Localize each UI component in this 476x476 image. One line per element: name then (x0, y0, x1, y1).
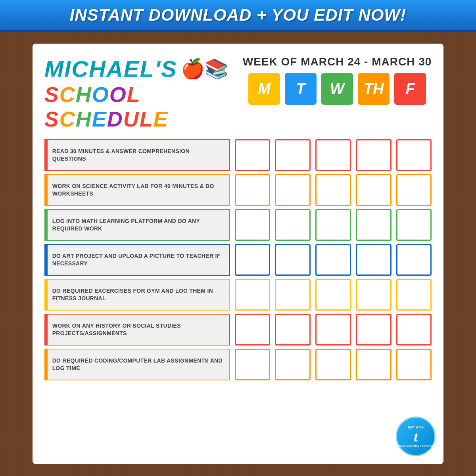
checkbox-w-4[interactable] (315, 244, 351, 276)
checkbox-m-5[interactable] (235, 279, 271, 311)
checkbox-w-7[interactable] (315, 349, 351, 380)
checkbox-t-1[interactable] (275, 139, 311, 171)
checkbox-m-7[interactable] (235, 349, 271, 380)
day-friday: F (394, 73, 426, 105)
checkbox-t-3[interactable] (275, 209, 311, 241)
task-label-2: WORK ON SCIENCE ACTIVITY LAB FOR 40 MINU… (44, 174, 230, 206)
templett-top-text: EDIT WITH (408, 426, 424, 429)
checkbox-t-5[interactable] (275, 279, 311, 311)
checkbox-t-4[interactable] (275, 244, 311, 276)
task-label-1: READ 30 MINUTES & ANSWER COMPREHENSION Q… (44, 139, 230, 171)
checkbox-th-4[interactable] (356, 244, 392, 276)
schedule-grid: READ 30 MINUTES & ANSWER COMPREHENSION Q… (44, 139, 432, 456)
checkbox-m-4[interactable] (235, 244, 271, 276)
checkbox-th-2[interactable] (356, 174, 392, 206)
checkboxes-row-1 (235, 139, 432, 171)
day-tuesday: T (285, 73, 317, 105)
checkbox-f-7[interactable] (396, 349, 432, 380)
checkbox-w-5[interactable] (315, 279, 351, 311)
table-row: WORK ON SCIENCE ACTIVITY LAB FOR 40 MINU… (44, 174, 432, 206)
checkbox-w-1[interactable] (315, 139, 351, 171)
checkbox-th-6[interactable] (356, 314, 392, 345)
header-section: MICHAEL'S 🍎📚 SCHOOL SCHEDULE WEEK OF MAR… (44, 56, 432, 131)
checkbox-f-1[interactable] (396, 139, 432, 171)
checkbox-th-1[interactable] (356, 139, 392, 171)
templett-t-letter: t (414, 430, 418, 444)
checkbox-t-6[interactable] (275, 314, 311, 345)
checkboxes-row-3 (235, 209, 432, 241)
templett-badge: EDIT WITH t FULLY EDITABLE TEMPLATE (396, 416, 436, 456)
banner-text: INSTANT DOWNLOAD + YOU EDIT NOW! (8, 6, 468, 25)
day-headers: M T W TH F (243, 73, 432, 105)
table-row: LOG INTO MATH LEARNING PLATFORM AND DO A… (44, 209, 432, 241)
checkboxes-row-5 (235, 279, 432, 311)
wood-background: INSTANT DOWNLOAD + YOU EDIT NOW! MICHAEL… (0, 0, 476, 476)
checkbox-f-4[interactable] (396, 244, 432, 276)
templett-bottom-text: FULLY EDITABLE TEMPLATE (398, 445, 434, 447)
main-card: MICHAEL'S 🍎📚 SCHOOL SCHEDULE WEEK OF MAR… (33, 44, 444, 464)
task-label-3: LOG INTO MATH LEARNING PLATFORM AND DO A… (44, 209, 230, 241)
checkbox-w-3[interactable] (315, 209, 351, 241)
checkbox-w-2[interactable] (315, 174, 351, 206)
table-row: DO REQUIRED CODING/COMPUTER LAB ASSIGNME… (44, 349, 432, 380)
task-label-5: DO REQUIRED EXCERCISES FOR GYM AND LOG T… (44, 279, 230, 311)
student-name: MICHAEL'S (44, 56, 177, 82)
week-label: WEEK OF MARCH 24 - MARCH 30 (243, 56, 432, 68)
checkbox-f-6[interactable] (396, 314, 432, 345)
checkbox-f-3[interactable] (396, 209, 432, 241)
checkbox-m-2[interactable] (235, 174, 271, 206)
table-row: DO REQUIRED EXCERCISES FOR GYM AND LOG T… (44, 279, 432, 311)
school-schedule-title: SCHOOL SCHEDULE (44, 82, 235, 131)
table-row: WORK ON ANY HISTORY OR SOCIAL STUDIES PR… (44, 314, 432, 345)
checkbox-th-3[interactable] (356, 209, 392, 241)
checkbox-t-7[interactable] (275, 349, 311, 380)
checkbox-f-2[interactable] (396, 174, 432, 206)
week-section: WEEK OF MARCH 24 - MARCH 30 M T W TH F (235, 56, 432, 105)
checkboxes-row-2 (235, 174, 432, 206)
checkbox-t-2[interactable] (275, 174, 311, 206)
checkboxes-row-4 (235, 244, 432, 276)
task-label-4: DO ART PROJECT AND UPLOAD A PICTURE TO T… (44, 244, 230, 276)
top-banner: INSTANT DOWNLOAD + YOU EDIT NOW! (0, 0, 476, 32)
table-row: READ 30 MINUTES & ANSWER COMPREHENSION Q… (44, 139, 432, 171)
title-section: MICHAEL'S 🍎📚 SCHOOL SCHEDULE (44, 56, 235, 131)
task-label-6: WORK ON ANY HISTORY OR SOCIAL STUDIES PR… (44, 314, 230, 345)
day-thursday: TH (358, 73, 390, 105)
day-wednesday: W (321, 73, 353, 105)
checkbox-w-6[interactable] (315, 314, 351, 345)
task-label-7: DO REQUIRED CODING/COMPUTER LAB ASSIGNME… (44, 349, 230, 380)
checkbox-th-5[interactable] (356, 279, 392, 311)
checkbox-f-5[interactable] (396, 279, 432, 311)
checkbox-m-3[interactable] (235, 209, 271, 241)
checkbox-m-1[interactable] (235, 139, 271, 171)
checkboxes-row-7 (235, 349, 432, 380)
checkboxes-row-6 (235, 314, 432, 345)
michaels-line: MICHAEL'S 🍎📚 (44, 56, 235, 82)
checkbox-m-6[interactable] (235, 314, 271, 345)
table-row: DO ART PROJECT AND UPLOAD A PICTURE TO T… (44, 244, 432, 276)
checkbox-th-7[interactable] (356, 349, 392, 380)
day-monday: M (248, 73, 280, 105)
apple-books-icon: 🍎📚 (181, 60, 228, 79)
